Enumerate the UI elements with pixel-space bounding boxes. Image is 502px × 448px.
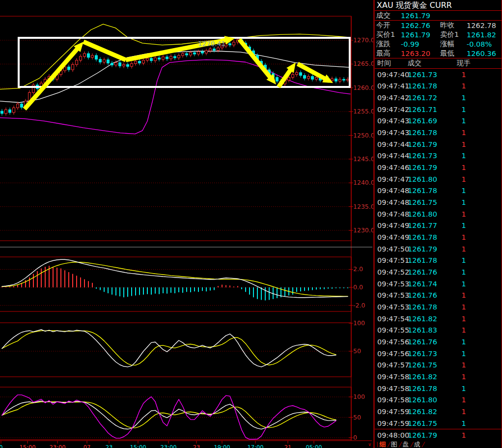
trade-time: 09:47:58	[377, 396, 408, 404]
trade-time: 09:47:47	[377, 175, 408, 183]
trade-row: 09:47:541261.821	[375, 313, 502, 325]
instrument-title: XAU 现货黄金 CURR	[375, 0, 502, 11]
stat-value: -0.08%	[467, 40, 502, 48]
chart-region[interactable]: 1270.01265.01260.01255.01250.01245.01240…	[0, 0, 373, 448]
last-trade-label: 成交	[376, 11, 401, 20]
trade-time: 09:47:43	[377, 117, 408, 125]
trade-lots: 1	[453, 338, 474, 346]
trade-price: 1261.78	[408, 385, 453, 392]
tab-图[interactable]: 图	[391, 441, 397, 448]
time-axis: 015:0023:00072315:0023:002319:0017:00210…	[0, 441, 372, 448]
tab-divider: /	[410, 441, 412, 448]
trade-row: 09:47:431261.691	[375, 115, 502, 127]
kd-panel: 10050	[0, 319, 365, 367]
svg-text:1270.0: 1270.0	[353, 36, 373, 44]
stat-value: 1261.79	[401, 31, 440, 39]
trade-lots: 1	[453, 117, 474, 125]
trade-row: 09:47:531261.781	[375, 301, 502, 313]
trade-row: 09:47:481261.801	[375, 208, 502, 220]
trade-lots: 1	[453, 233, 474, 241]
trade-time: 09:47:52	[377, 268, 408, 276]
time-axis-label: 23:00	[49, 444, 65, 448]
col-header-price: 成交	[408, 59, 453, 68]
trade-price: 1261.73	[408, 152, 453, 160]
main-price-panel: 1270.01265.01260.01255.01250.01245.01240…	[0, 24, 373, 234]
trade-row: 09:47:571261.751	[375, 359, 502, 371]
trade-price: 1261.75	[408, 198, 453, 206]
trade-price: 1261.82	[408, 373, 453, 381]
time-axis-label: 23:00	[160, 444, 176, 448]
trade-price: 1261.80	[408, 175, 453, 183]
trade-price: 1261.80	[408, 210, 453, 218]
trade-lots: 1	[453, 303, 474, 311]
quote-stats-grid: 今开1262.76昨收1262.78买价11261.79卖价11261.82涨跌…	[375, 21, 502, 58]
svg-text:1235.0: 1235.0	[353, 203, 373, 210]
trade-price: 1261.79	[408, 431, 453, 439]
trade-time: 09:47:53	[377, 303, 408, 311]
trade-row: 09:47:421261.711	[375, 104, 502, 115]
trade-time: 09:47:53	[377, 291, 408, 299]
time-axis-label: 19:00	[214, 444, 230, 448]
time-axis-label: 23	[106, 444, 113, 448]
trade-lots: 1	[453, 129, 474, 137]
trade-time: 09:47:55	[377, 326, 408, 334]
trade-time: 09:47:59	[377, 420, 408, 427]
trade-lots: 1	[453, 164, 474, 171]
trade-row: 09:47:551261.831	[375, 324, 502, 336]
price-y-axis: 1270.01265.01260.01255.01250.01245.01240…	[0, 36, 373, 234]
trade-row: 09:47:531261.761	[375, 289, 502, 301]
time-and-sales-list[interactable]: 09:47:401261.73109:47:411261.78109:47:42…	[375, 69, 502, 441]
svg-text:-2.0: -2.0	[353, 302, 365, 309]
trade-price: 1261.78	[408, 256, 453, 264]
svg-text:1245.0: 1245.0	[353, 155, 373, 163]
trade-time: 09:47:49	[377, 233, 408, 241]
trade-lots: 1	[453, 187, 474, 195]
macd-panel: 2.00.0-2.0	[0, 259, 365, 308]
trade-time: 09:47:42	[377, 94, 408, 102]
trade-price: 1261.83	[408, 326, 453, 334]
trade-lots: 1	[453, 106, 474, 113]
stat-value: 1260.36	[467, 50, 502, 57]
svg-text:100: 100	[353, 393, 365, 400]
svg-text:50: 50	[353, 347, 361, 355]
trade-lots: 1	[453, 431, 474, 439]
svg-text:1240.0: 1240.0	[353, 179, 373, 186]
svg-text:1255.0: 1255.0	[353, 108, 373, 115]
trade-row: 09:47:591261.751	[375, 418, 502, 429]
trade-time: 09:47:56	[377, 350, 408, 358]
panel-tab-bar: \细/图/盘/成/	[375, 441, 502, 448]
tab-盘[interactable]: 盘	[402, 441, 409, 448]
stat-value: -0.99	[401, 40, 440, 48]
trade-row: 09:47:561261.761	[375, 336, 502, 348]
svg-text:2.0: 2.0	[353, 265, 363, 273]
trade-price: 1261.79	[408, 164, 453, 171]
time-axis-label: 07	[84, 444, 91, 448]
trade-price: 1261.78	[408, 129, 453, 137]
trade-price: 1261.78	[408, 82, 453, 90]
trading-terminal: 1270.01265.01260.01255.01250.01245.01240…	[0, 0, 502, 448]
trade-lots: 1	[453, 350, 474, 358]
trade-row: 09:47:521261.761	[375, 266, 502, 278]
svg-text:1230.0: 1230.0	[353, 226, 373, 234]
stat-label: 卖价1	[440, 30, 467, 39]
tab-细[interactable]: 细	[379, 441, 386, 448]
trade-time: 09:47:46	[377, 164, 408, 171]
trade-lots: 1	[453, 385, 474, 392]
trade-time: 09:47:57	[377, 361, 408, 369]
trade-lots: 1	[453, 82, 474, 90]
tab-divider: /	[399, 441, 401, 448]
trade-price: 1261.75	[408, 361, 453, 369]
trade-lots: 1	[453, 152, 474, 160]
trade-lots: 1	[453, 396, 474, 404]
tab-divider: /	[422, 441, 424, 448]
trade-price: 1261.76	[408, 338, 453, 346]
trade-lots: 1	[453, 280, 474, 288]
trade-time: 09:47:40	[377, 71, 408, 79]
trade-row: 09:47:501261.791	[375, 243, 502, 255]
trade-price: 1261.82	[408, 315, 453, 323]
trade-row: 09:48:001261.791	[375, 429, 502, 441]
tab-成[interactable]: 成	[414, 441, 420, 448]
trade-row: 09:47:461261.791	[375, 162, 502, 173]
svg-text:50: 50	[353, 414, 361, 421]
trade-row: 09:47:411261.781	[375, 81, 502, 92]
